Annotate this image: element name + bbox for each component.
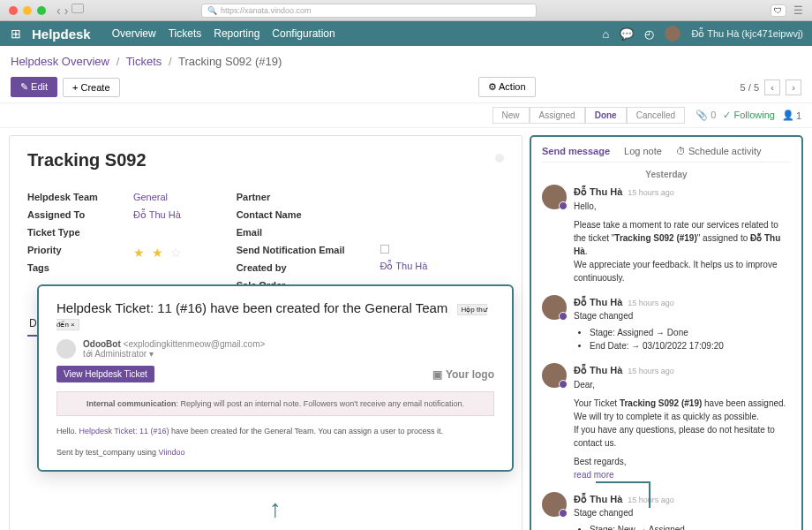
kanban-state-icon[interactable] bbox=[495, 154, 504, 163]
sidebar-icon[interactable] bbox=[71, 4, 84, 13]
attachment-icon[interactable]: 📎 0 bbox=[695, 110, 716, 121]
logo-placeholder: ▣Your logo bbox=[432, 368, 494, 381]
msg-time: 15 hours ago bbox=[628, 187, 674, 200]
ticket-title: Tracking S092 bbox=[27, 150, 504, 170]
label-tags: Tags bbox=[27, 262, 98, 273]
read-more-link[interactable]: read more bbox=[574, 470, 614, 480]
window-controls bbox=[9, 6, 46, 15]
value-type bbox=[133, 228, 184, 238]
address-bar[interactable]: 🔍 https://xanata.vindoo.com bbox=[201, 4, 537, 18]
create-button[interactable]: + Create bbox=[63, 78, 120, 97]
notify-checkbox[interactable] bbox=[380, 245, 389, 254]
message-item: Đỗ Thu Hà15 hours ago Dear, Your Ticket … bbox=[542, 363, 791, 481]
label-email: Email bbox=[237, 227, 345, 238]
label-assigned: Assigned To bbox=[27, 209, 98, 220]
avatar-icon bbox=[542, 185, 567, 209]
message-item: Đỗ Thu Hà15 hours ago Stage changed Stag… bbox=[542, 492, 791, 531]
minimize-window[interactable] bbox=[23, 6, 32, 15]
avatar-icon bbox=[542, 492, 567, 517]
value-tags bbox=[133, 267, 184, 277]
menu-reporting[interactable]: Reporting bbox=[214, 27, 259, 40]
user-name[interactable]: Đỗ Thu Hà (kjc471eipwvj) bbox=[691, 28, 803, 40]
pager-text: 5 / 5 bbox=[741, 82, 759, 93]
label-priority: Priority bbox=[27, 245, 98, 255]
label-partner: Partner bbox=[237, 192, 345, 202]
send-message-tab[interactable]: Send message bbox=[542, 146, 610, 156]
menu-overview[interactable]: Overview bbox=[112, 27, 156, 40]
nav-controls: ‹ › bbox=[56, 4, 84, 18]
viindoo-link[interactable]: Viindoo bbox=[159, 448, 185, 457]
menu-configuration[interactable]: Configuration bbox=[272, 27, 335, 40]
pager-next[interactable]: › bbox=[786, 80, 801, 95]
priority-stars[interactable]: ★ ★ ☆ bbox=[133, 246, 184, 260]
following-button[interactable]: ✓ Following bbox=[723, 110, 775, 121]
stage-new[interactable]: New bbox=[492, 107, 530, 124]
chatter-panel: Send message Log note Schedule activity … bbox=[530, 135, 803, 530]
annotation-line bbox=[649, 481, 650, 508]
close-window[interactable] bbox=[9, 6, 18, 15]
chat-icon[interactable]: 💬 bbox=[620, 27, 634, 41]
image-icon: ▣ bbox=[432, 368, 442, 381]
value-team[interactable]: General bbox=[133, 192, 184, 202]
breadcrumb: Helpdesk Overview / Tickets / Tracking S… bbox=[11, 55, 282, 68]
action-button[interactable]: ⚙ Action bbox=[478, 77, 536, 97]
label-created: Created by bbox=[237, 262, 345, 273]
crumb-overview[interactable]: Helpdesk Overview bbox=[11, 55, 109, 68]
crumb-current: Tracking S092 (#19) bbox=[178, 55, 282, 68]
value-assigned[interactable]: Đỗ Thu Hà bbox=[133, 209, 184, 221]
forward-icon[interactable]: › bbox=[64, 4, 69, 18]
support-icon[interactable]: ⌂ bbox=[603, 27, 610, 41]
pager: 5 / 5 ‹ › bbox=[741, 80, 801, 95]
avatar-icon bbox=[542, 363, 567, 388]
bot-avatar-icon bbox=[56, 339, 76, 359]
recipient[interactable]: tới Administrator ▾ bbox=[83, 349, 265, 359]
back-icon[interactable]: ‹ bbox=[56, 4, 61, 18]
annotation-arrow-icon: ↑ bbox=[269, 495, 282, 523]
stage-cancelled[interactable]: Cancelled bbox=[627, 107, 685, 124]
browser-chrome: ‹ › 🔍 https://xanata.vindoo.com 🛡 ☰ bbox=[0, 0, 812, 21]
stage-bar: New Assigned Done Cancelled bbox=[492, 107, 686, 124]
popup-title: Helpdesk Ticket: 11 (#16) have been crea… bbox=[56, 300, 494, 330]
menu-tickets[interactable]: Tickets bbox=[169, 27, 202, 40]
maximize-window[interactable] bbox=[37, 6, 46, 15]
label-contact: Contact Name bbox=[237, 209, 345, 220]
value-created[interactable]: Đỗ Thu Hà bbox=[380, 261, 428, 272]
avatar-icon bbox=[542, 295, 567, 320]
schedule-activity-tab[interactable]: Schedule activity bbox=[676, 146, 762, 156]
message-item: Đỗ Thu Hà15 hours ago Hello, Please take… bbox=[542, 185, 791, 284]
stage-done[interactable]: Done bbox=[585, 107, 627, 124]
view-ticket-button[interactable]: View Helpdesk Ticket bbox=[56, 366, 154, 382]
label-notify: Send Notification Email bbox=[237, 245, 345, 255]
activity-icon[interactable]: ◴ bbox=[644, 27, 654, 41]
label-type: Ticket Type bbox=[27, 227, 98, 238]
app-topbar: ⊞ Helpdesk Overview Tickets Reporting Co… bbox=[0, 21, 812, 46]
crumb-tickets[interactable]: Tickets bbox=[126, 55, 162, 68]
app-title: Helpdesk bbox=[32, 26, 91, 42]
message-item: Đỗ Thu Hà15 hours ago Stage changed Stag… bbox=[542, 295, 791, 353]
apps-icon[interactable]: ⊞ bbox=[9, 26, 23, 41]
main-menu: Overview Tickets Reporting Configuration bbox=[112, 27, 335, 40]
msg-author[interactable]: Đỗ Thu Hà bbox=[574, 185, 622, 200]
log-note-tab[interactable]: Log note bbox=[624, 146, 662, 156]
ticket-link[interactable]: Helpdesk Ticket: 11 (#16) bbox=[79, 427, 169, 435]
email-popup: Helpdesk Ticket: 11 (#16) have been crea… bbox=[37, 284, 514, 472]
label-team: Helpdesk Team bbox=[27, 192, 98, 202]
followers-count[interactable]: 👤 1 bbox=[782, 110, 801, 121]
user-avatar[interactable] bbox=[665, 26, 680, 42]
shield-icon[interactable]: 🛡 bbox=[771, 4, 786, 17]
day-separator: Yesterday bbox=[542, 163, 791, 185]
menu-icon[interactable]: ☰ bbox=[793, 4, 803, 17]
internal-note-banner: Internal communication: Replying will po… bbox=[56, 391, 494, 416]
stage-assigned[interactable]: Assigned bbox=[530, 107, 585, 124]
edit-button[interactable]: ✎ Edit bbox=[11, 77, 57, 97]
sender-name: OdooBot bbox=[83, 339, 121, 349]
pager-prev[interactable]: ‹ bbox=[764, 80, 780, 95]
